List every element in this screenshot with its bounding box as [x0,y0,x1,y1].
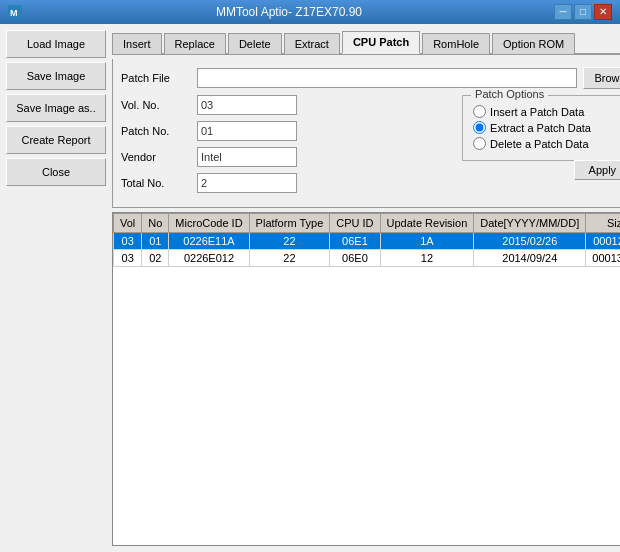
svg-text:M: M [10,8,18,18]
title-bar: M MMTool Aptio- Z17EX70.90 ─ □ ✕ [0,0,620,24]
save-image-button[interactable]: Save Image [6,62,106,90]
patch-fields: Vol. No. Patch No. Vendor Total No. [121,95,454,199]
table-cell-1-4: 06E0 [330,250,380,267]
table-cell-0-0: 03 [114,233,142,250]
patch-options-container: Patch Options Insert a Patch Data Extrac… [462,95,620,199]
radio-delete[interactable]: Delete a Patch Data [473,137,620,150]
vendor-label: Vendor [121,151,191,163]
tab-romhole[interactable]: RomHole [422,33,490,54]
right-panel: Insert Replace Delete Extract CPU Patch … [112,30,620,546]
table-cell-0-7: 00012400 [586,233,620,250]
radio-extract-label: Extract a Patch Data [490,122,591,134]
tab-content-cpu-patch: Patch File Browse Vol. No. Patch No. [112,59,620,208]
table-cell-1-0: 03 [114,250,142,267]
data-table: Vol No MicroCode ID Platform Type CPU ID… [113,213,620,267]
col-no: No [142,214,169,233]
patch-file-input[interactable] [197,68,577,88]
tab-replace[interactable]: Replace [164,33,226,54]
patch-no-input[interactable] [197,121,297,141]
data-table-container[interactable]: Vol No MicroCode ID Platform Type CPU ID… [112,212,620,546]
patch-options-legend: Patch Options [471,88,548,100]
col-size: Size [586,214,620,233]
col-platform-type: Platform Type [249,214,330,233]
vol-no-label: Vol. No. [121,99,191,111]
browse-button[interactable]: Browse [583,67,620,89]
table-cell-1-2: 0226E012 [169,250,249,267]
table-cell-0-3: 22 [249,233,330,250]
table-cell-0-4: 06E1 [330,233,380,250]
vendor-input[interactable] [197,147,297,167]
radio-extract[interactable]: Extract a Patch Data [473,121,620,134]
table-header: Vol No MicroCode ID Platform Type CPU ID… [114,214,621,233]
tab-option-rom[interactable]: Option ROM [492,33,575,54]
tab-insert[interactable]: Insert [112,33,162,54]
maximize-button[interactable]: □ [574,4,592,20]
patch-file-label: Patch File [121,72,191,84]
patch-file-row: Patch File Browse [121,67,620,89]
apply-button[interactable]: Apply [574,160,620,180]
vol-no-input[interactable] [197,95,297,115]
main-content: Load Image Save Image Save Image as.. Cr… [0,24,620,552]
minimize-button[interactable]: ─ [554,4,572,20]
radio-delete-input[interactable] [473,137,486,150]
radio-extract-input[interactable] [473,121,486,134]
radio-delete-label: Delete a Patch Data [490,138,588,150]
col-vol: Vol [114,214,142,233]
radio-insert[interactable]: Insert a Patch Data [473,105,620,118]
table-header-row: Vol No MicroCode ID Platform Type CPU ID… [114,214,621,233]
table-row[interactable]: 03010226E11A2206E11A2015/02/2600012400 [114,233,621,250]
col-cpu-id: CPU ID [330,214,380,233]
app-icon: M [8,4,24,20]
create-report-button[interactable]: Create Report [6,126,106,154]
left-panel: Load Image Save Image Save Image as.. Cr… [6,30,106,546]
close-button[interactable]: Close [6,158,106,186]
tab-bar: Insert Replace Delete Extract CPU Patch … [112,30,620,55]
tab-extract[interactable]: Extract [284,33,340,54]
window-controls: ─ □ ✕ [554,4,612,20]
total-no-row: Total No. [121,173,454,193]
tab-delete[interactable]: Delete [228,33,282,54]
table-cell-0-1: 01 [142,233,169,250]
patch-no-row: Patch No. [121,121,454,141]
total-no-input[interactable] [197,173,297,193]
table-cell-1-7: 00013C00 [586,250,620,267]
patch-row: Vol. No. Patch No. Vendor Total No. [121,95,620,199]
table-cell-1-6: 2014/09/24 [474,250,586,267]
patch-options-group: Patch Options Insert a Patch Data Extrac… [462,95,620,161]
close-window-button[interactable]: ✕ [594,4,612,20]
col-date: Date[YYYY/MM/DD] [474,214,586,233]
window-title: MMTool Aptio- Z17EX70.90 [24,5,554,19]
vol-no-row: Vol. No. [121,95,454,115]
table-row[interactable]: 03020226E0122206E0122014/09/2400013C00 [114,250,621,267]
table-cell-0-6: 2015/02/26 [474,233,586,250]
table-cell-1-1: 02 [142,250,169,267]
save-image-as-button[interactable]: Save Image as.. [6,94,106,122]
load-image-button[interactable]: Load Image [6,30,106,58]
radio-insert-label: Insert a Patch Data [490,106,584,118]
table-cell-0-2: 0226E11A [169,233,249,250]
tab-cpu-patch[interactable]: CPU Patch [342,31,420,54]
table-body: 03010226E11A2206E11A2015/02/260001240003… [114,233,621,267]
col-microcode-id: MicroCode ID [169,214,249,233]
table-cell-0-5: 1A [380,233,474,250]
vendor-row: Vendor [121,147,454,167]
radio-insert-input[interactable] [473,105,486,118]
table-cell-1-3: 22 [249,250,330,267]
col-update-revision: Update Revision [380,214,474,233]
total-no-label: Total No. [121,177,191,189]
patch-no-label: Patch No. [121,125,191,137]
table-cell-1-5: 12 [380,250,474,267]
